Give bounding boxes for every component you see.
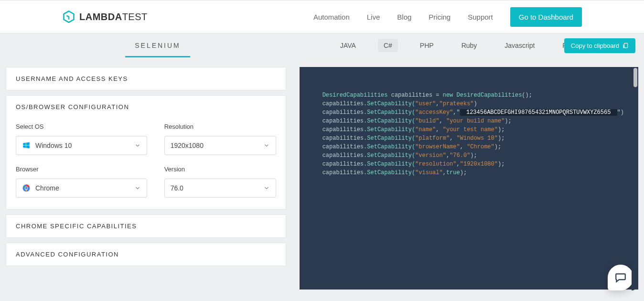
tool-row: SELENIUM JAVA C# PHP Ruby Javascript Pyt… bbox=[0, 33, 644, 57]
label-resolution: Resolution bbox=[164, 123, 276, 130]
brand-thin: TEST bbox=[122, 11, 148, 22]
chevron-down-icon bbox=[134, 142, 141, 149]
label-browser: Browser bbox=[16, 166, 147, 173]
config-column: USERNAME AND ACCESS KEYS OS/BROWSER CONF… bbox=[6, 67, 286, 295]
main-area: USERNAME AND ACCESS KEYS OS/BROWSER CONF… bbox=[0, 57, 644, 301]
select-browser-value: Chrome bbox=[35, 184, 134, 192]
svg-rect-0 bbox=[624, 43, 628, 47]
lang-tab-php[interactable]: PHP bbox=[414, 39, 440, 52]
panel-username-keys: USERNAME AND ACCESS KEYS bbox=[6, 67, 286, 90]
panel-header-advanced[interactable]: ADVANCED CONFIGURATION bbox=[6, 243, 286, 266]
nav-pricing[interactable]: Pricing bbox=[429, 13, 451, 21]
lang-tab-java[interactable]: JAVA bbox=[334, 39, 362, 52]
top-nav: Automation Live Blog Pricing Support Go … bbox=[313, 7, 582, 27]
chrome-icon bbox=[22, 184, 31, 192]
select-os[interactable]: Windows 10 bbox=[16, 136, 147, 155]
nav-support[interactable]: Support bbox=[468, 13, 493, 21]
select-resolution[interactable]: 1920x1080 bbox=[164, 136, 276, 155]
panel-advanced: ADVANCED CONFIGURATION bbox=[6, 243, 286, 266]
panel-body-os-browser: Select OS Windows 10 Resolution 1920x108… bbox=[6, 118, 286, 209]
tab-selenium[interactable]: SELENIUM bbox=[125, 34, 190, 57]
chevron-down-icon bbox=[134, 185, 141, 191]
lang-tab-ruby[interactable]: Ruby bbox=[456, 39, 483, 52]
brand-logo[interactable]: LAMBDATEST bbox=[62, 10, 148, 23]
nav-blog[interactable]: Blog bbox=[397, 13, 411, 21]
select-resolution-value: 1920x1080 bbox=[171, 142, 263, 149]
label-select-os: Select OS bbox=[16, 123, 147, 130]
lang-tab-javascript[interactable]: Javascript bbox=[499, 39, 540, 52]
select-os-value: Windows 10 bbox=[35, 142, 134, 149]
svg-point-3 bbox=[25, 187, 28, 190]
select-version-value: 76.0 bbox=[171, 184, 263, 192]
scrollbar-thumb[interactable] bbox=[633, 68, 637, 87]
chevron-down-icon bbox=[263, 185, 270, 191]
nav-automation[interactable]: Automation bbox=[313, 13, 350, 21]
code-panel[interactable]: DesiredCapabilities capabilities = new D… bbox=[300, 67, 638, 290]
chevron-down-icon bbox=[263, 142, 270, 149]
lang-tab-csharp[interactable]: C# bbox=[378, 39, 398, 52]
brand-strong: LAMBDA bbox=[79, 11, 122, 22]
panel-header-os-browser[interactable]: OS/BROWSER CONFIGURATION bbox=[6, 96, 286, 118]
access-key-value: 123456ABCDEFGHI987654321MNOPQRSTUVWXYZ65… bbox=[460, 109, 617, 116]
select-version[interactable]: 76.0 bbox=[164, 178, 276, 198]
panel-os-browser: OS/BROWSER CONFIGURATION Select OS Windo… bbox=[6, 95, 286, 210]
code-column: DesiredCapabilities capabilities = new D… bbox=[300, 67, 638, 295]
code-scrollbar[interactable] bbox=[633, 68, 637, 294]
nav-live[interactable]: Live bbox=[367, 13, 380, 21]
chat-widget-button[interactable] bbox=[608, 265, 633, 290]
windows-icon bbox=[22, 141, 31, 150]
go-to-dashboard-button[interactable]: Go to Dashboard bbox=[510, 7, 582, 27]
logo-icon bbox=[62, 10, 75, 23]
panel-header-chrome-caps[interactable]: CHROME SPECIFIC CAPABILITIES bbox=[6, 215, 286, 237]
copy-to-clipboard-button[interactable]: Copy to clipboard bbox=[564, 38, 635, 53]
panel-header-username-keys[interactable]: USERNAME AND ACCESS KEYS bbox=[6, 67, 286, 90]
copy-btn-label: Copy to clipboard bbox=[571, 42, 619, 49]
left-tabs: SELENIUM bbox=[0, 34, 315, 57]
language-tabs: JAVA C# PHP Ruby Javascript Python Copy … bbox=[315, 39, 644, 52]
clipboard-icon bbox=[622, 42, 629, 49]
select-browser[interactable]: Chrome bbox=[16, 178, 147, 198]
label-version: Version bbox=[164, 166, 276, 173]
panel-chrome-caps: CHROME SPECIFIC CAPABILITIES bbox=[6, 214, 286, 238]
chat-icon bbox=[614, 271, 627, 284]
top-header: LAMBDATEST Automation Live Blog Pricing … bbox=[0, 0, 644, 33]
